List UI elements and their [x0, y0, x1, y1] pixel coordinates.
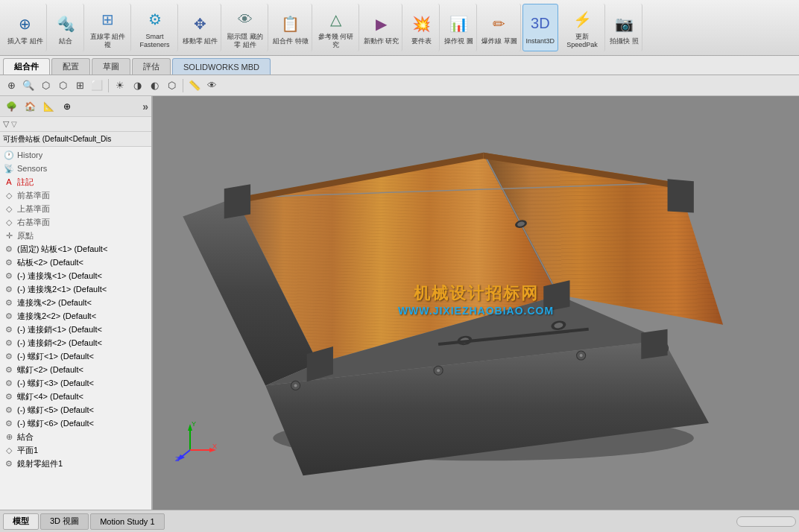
tree-item-top-plane[interactable]: ◇ 上基準面: [0, 202, 151, 215]
display-icon[interactable]: ⬡: [37, 77, 54, 94]
3d-view-tab[interactable]: 3D 視圖: [40, 513, 89, 530]
tab-sketch-tab[interactable]: 草圖: [92, 58, 130, 75]
toolbar-smart-fasteners[interactable]: ⚙ Smart Fasteners: [133, 4, 178, 51]
tree-item-arm2[interactable]: ⚙ (-) 連接銷<2> (Default<: [0, 336, 151, 349]
toolbar-assembly-props[interactable]: 📋 組合件 特徵: [270, 4, 312, 51]
explode-view-label: 要件表: [411, 37, 432, 45]
toolbar-insert-assembly[interactable]: ⊕ 插入零 組件: [4, 4, 47, 51]
tree-item-history[interactable]: 🕐 History: [0, 148, 151, 162]
perspective-icon[interactable]: ⬡: [163, 77, 180, 94]
part1-label: (固定) 站板<1> (Default<: [17, 244, 107, 255]
tab-mbd-tab[interactable]: SOLIDWORKS MBD: [172, 58, 271, 75]
tree-item-connector3[interactable]: ⚙ 連接塊<2> (Default<: [0, 296, 151, 309]
tree-item-connector4[interactable]: ⚙ 連接塊2<2> (Default<: [0, 309, 151, 323]
scroll-bar[interactable]: [736, 516, 796, 527]
toolbar-move-component[interactable]: ✥ 移動零 組件: [180, 4, 222, 51]
tree-item-connector1[interactable]: ⚙ (-) 連接塊<1> (Default<: [0, 269, 151, 282]
toolbar-explode-view[interactable]: 💥 要件表: [404, 4, 440, 51]
3d-viewport[interactable]: 机械设计招标网 WWW.JIXIEZHAOBIAO.COM Y X Z: [153, 96, 799, 510]
sensors-label: Sensors: [17, 164, 47, 173]
toolbar-explode-sketch[interactable]: ✏ 爆炸線 草圖: [479, 4, 521, 51]
toolbar-reference-geometry[interactable]: △ 參考幾 何研究: [314, 4, 359, 51]
tree-item-screw3[interactable]: ⚙ (-) 螺釘<3> (Default<: [0, 376, 151, 390]
screw2-icon: ⚙: [3, 364, 15, 376]
explode-lines-icon: 📊: [446, 10, 473, 37]
tree-item-screw4[interactable]: ⚙ 螺釘<4> (Default<: [0, 390, 151, 403]
arm2-label: (-) 連接銷<2> (Default<: [17, 338, 102, 349]
view-orient-icon[interactable]: ⊕: [3, 77, 19, 94]
toolbar-assembly[interactable]: 🔩 結合: [48, 4, 84, 51]
model-tab[interactable]: 模型: [3, 513, 39, 530]
arm2-icon: ⚙: [3, 337, 15, 349]
hide2-icon[interactable]: 👁: [203, 77, 220, 94]
motion-study-tab[interactable]: Motion Study 1: [90, 513, 164, 530]
plane1-icon: ◇: [3, 444, 15, 456]
tree-item-mirror[interactable]: ⚙ 鏡射零組件1: [0, 457, 151, 470]
tree-item-mate[interactable]: ⊕ 結合: [0, 430, 151, 443]
shaded-icon[interactable]: ⬡: [54, 77, 71, 94]
mirror-label: 鏡射零組件1: [17, 458, 63, 469]
connector-left: [224, 184, 250, 218]
section-icon[interactable]: ⬜: [89, 77, 105, 94]
tree-item-part2[interactable]: ⚙ 砧板<2> (Default<: [0, 256, 151, 269]
tree-item-screw6[interactable]: ⚙ (-) 螺釘<6> (Default<: [0, 417, 151, 430]
property-icon[interactable]: 🏠: [22, 98, 38, 115]
tree-item-sensors[interactable]: 📡 Sensors: [0, 162, 151, 175]
tab-evaluate-tab[interactable]: 評估: [132, 58, 171, 75]
config-icon[interactable]: 📐: [40, 98, 57, 115]
zoom-icon[interactable]: 🔍: [20, 77, 37, 94]
speedpak-label: 更新 SpeedPak: [563, 33, 601, 49]
tree-root-item[interactable]: 可折疊站板 (Default<Default_Dis: [0, 132, 151, 147]
tree-item-part1[interactable]: ⚙ (固定) 站板<1> (Default<: [0, 242, 151, 256]
screw1-icon: ⚙: [3, 350, 15, 362]
toolbar-explode-lines[interactable]: 📊 操作視 圖: [441, 4, 477, 51]
icon-toolbar: ⊕ 🔍 ⬡ ⬡ ⊞ ⬜ ☀ ◑ ◐ ⬡ 📏 👁: [0, 75, 799, 96]
tree-item-connector2[interactable]: ⚙ (-) 連接塊2<1> (Default<: [0, 282, 151, 296]
screw5-icon: ⚙: [3, 404, 15, 416]
screw3-head: [580, 354, 583, 357]
measure-icon[interactable]: 📏: [186, 77, 203, 94]
tree-item-notes[interactable]: A 註記: [0, 175, 151, 189]
tab-assembly-tab[interactable]: 組合件: [3, 58, 50, 75]
tree-item-screw5[interactable]: ⚙ (-) 螺釘<5> (Default<: [0, 403, 151, 417]
front-plane-icon: ◇: [3, 189, 15, 201]
ambient-icon[interactable]: ◐: [146, 77, 162, 94]
connector-bottom-right: [641, 329, 667, 359]
separator2: [183, 79, 183, 92]
toolbar-linear-pattern[interactable]: ⊞ 直線零 組件複: [86, 4, 131, 51]
toolbar-capture[interactable]: 📷 拍攝快 照: [607, 4, 642, 51]
screw2-label: 螺釘<2> (Default<: [17, 364, 83, 376]
realview-icon[interactable]: ☀: [112, 77, 128, 94]
tree-item-front-plane[interactable]: ◇ 前基準面: [0, 189, 151, 202]
explode-view-icon: 💥: [408, 10, 435, 37]
toolbar-speedpak[interactable]: ⚡ 更新 SpeedPak: [560, 4, 605, 51]
front-plane-label: 前基準面: [17, 190, 50, 201]
expand-sidebar-btn[interactable]: »: [142, 101, 148, 113]
tree-item-origin[interactable]: ✛ 原點: [0, 229, 151, 242]
connector3-icon: ⚙: [3, 297, 15, 308]
toolbar-instant3d[interactable]: 3D Instant3D: [522, 4, 559, 51]
instant3d-label: Instant3D: [526, 37, 555, 45]
toolbar-new-motion[interactable]: ▶ 新動作 研究: [361, 4, 403, 51]
tree-item-right-plane[interactable]: ◇ 右基準面: [0, 215, 151, 229]
tree-icon[interactable]: 🌳: [3, 98, 19, 115]
speedpak-icon: ⚡: [569, 6, 596, 33]
part2-icon: ⚙: [3, 256, 15, 268]
tree-item-arm1[interactable]: ⚙ (-) 連接銷<1> (Default<: [0, 323, 151, 336]
filter-icon: ▽: [3, 119, 9, 129]
wire-icon[interactable]: ⊞: [72, 77, 88, 94]
tab-layout-tab[interactable]: 配置: [51, 58, 90, 75]
add-icon[interactable]: ⊕: [59, 98, 75, 115]
move-component-icon: ✥: [186, 10, 213, 37]
tree-item-plane1[interactable]: ◇ 平面1: [0, 443, 151, 457]
history-label: History: [17, 151, 42, 159]
insert-assembly-label: 插入零 組件: [7, 37, 43, 45]
root-item-label: 可折疊站板 (Default<Default_Dis: [3, 134, 111, 145]
shadow-icon[interactable]: ◑: [129, 77, 145, 94]
capture-icon: 📷: [611, 10, 638, 37]
tree-item-screw1[interactable]: ⚙ (-) 螺釘<1> (Default<: [0, 349, 151, 363]
screw4-icon: ⚙: [3, 390, 15, 402]
toolbar-hide-components[interactable]: 👁 顯示隱 藏的零 組件: [223, 4, 268, 51]
screw4-label: 螺釘<4> (Default<: [17, 391, 83, 402]
tree-item-screw2[interactable]: ⚙ 螺釘<2> (Default<: [0, 363, 151, 376]
